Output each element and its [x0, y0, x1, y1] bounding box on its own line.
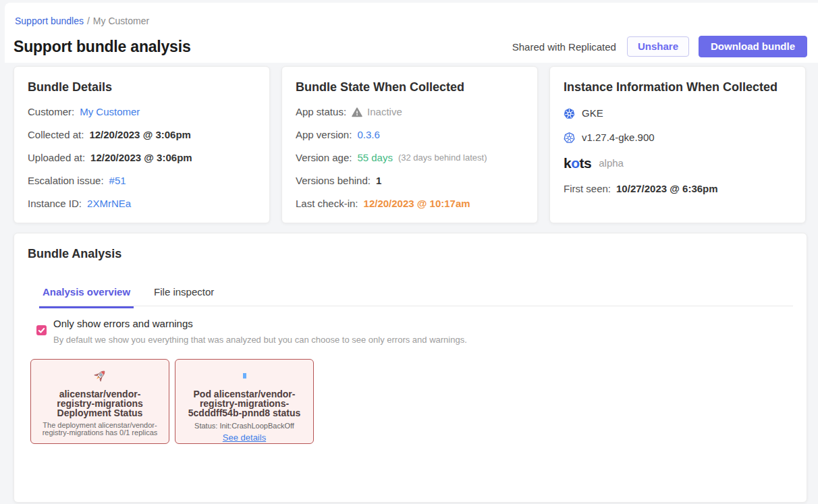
page-title: Support bundle analysis: [13, 35, 191, 58]
bundle-details-card: Bundle Details Customer: My Customer Col…: [13, 66, 270, 223]
first-seen-row: First seen: 10/27/2023 @ 6:36pm: [564, 183, 792, 195]
version-age-note: (32 days behind latest): [398, 152, 487, 164]
versions-behind-label: Versions behind:: [296, 175, 371, 187]
bundle-details-title: Bundle Details: [28, 79, 256, 95]
finding-description: The deployment alicenstar/vendor- regist…: [37, 422, 163, 437]
checkmark-icon: [37, 326, 46, 335]
bundle-analysis-title: Bundle Analysis: [28, 247, 121, 261]
info-cards-row: Bundle Details Customer: My Customer Col…: [13, 66, 806, 223]
header-panel: Support bundles/My Customer Support bund…: [5, 3, 818, 63]
kots-logo-o: o: [571, 155, 579, 171]
finding-card-deployment-status: alicenstar/vendor- registry-migrations D…: [30, 359, 169, 444]
filter-label: Only show errors and warnings: [53, 318, 467, 330]
versions-behind-value: 1: [376, 175, 381, 187]
errors-only-filter: Only show errors and warnings By default…: [36, 318, 467, 345]
kubernetes-version-icon: [564, 132, 575, 144]
last-checkin-row: Last check-in: 12/20/2023 @ 10:17am: [296, 198, 524, 210]
breadcrumb-support-bundles-link[interactable]: Support bundles: [15, 16, 84, 26]
unshare-button[interactable]: Unshare: [627, 36, 689, 57]
customer-row: Customer: My Customer: [28, 106, 256, 118]
instance-id-row: Instance ID: 2XMrNEa: [28, 198, 256, 210]
support-bundle-analysis-page: Support bundles/My Customer Support bund…: [0, 0, 818, 504]
instance-info-title: Instance Information When Collected: [564, 79, 792, 95]
kubernetes-distribution-icon: [564, 108, 575, 119]
uploaded-at-label: Uploaded at:: [28, 152, 85, 164]
breadcrumb: Support bundles/My Customer: [15, 14, 149, 28]
uploaded-at-value: 12/20/2023 @ 3:06pm: [90, 152, 192, 164]
instance-info-card: Instance Information When Collected: [549, 66, 806, 223]
filter-texts: Only show errors and warnings By default…: [53, 318, 467, 345]
tabs-divider: [39, 306, 793, 306]
app-version-label: App version:: [296, 129, 352, 141]
warning-icon: [352, 107, 362, 117]
kubernetes-version-value: v1.27.4-gke.900: [582, 132, 655, 144]
errors-only-checkbox[interactable]: [36, 325, 47, 335]
app-status-label: App status:: [296, 106, 346, 118]
instance-id-link[interactable]: 2XMrNEa: [87, 198, 131, 210]
versions-behind-row: Versions behind: 1: [296, 175, 524, 187]
bundle-state-card: Bundle State When Collected App status: …: [281, 66, 538, 223]
first-seen-label: First seen:: [564, 183, 611, 195]
finding-title: alicenstar/vendor- registry-migrations D…: [37, 389, 163, 418]
pod-icon: [182, 367, 307, 385]
findings-list: alicenstar/vendor- registry-migrations D…: [30, 359, 314, 444]
last-checkin-label: Last check-in:: [296, 198, 358, 210]
collected-at-label: Collected at:: [28, 129, 84, 141]
app-status-row: App status: Inactive: [296, 106, 524, 118]
escalation-issue-row: Escalation issue: #51: [28, 175, 256, 187]
escalation-issue-link[interactable]: #51: [109, 175, 126, 187]
escalation-issue-label: Escalation issue:: [28, 175, 104, 187]
collected-at-value: 12/20/2023 @ 3:06pm: [89, 129, 191, 141]
download-bundle-button[interactable]: Download bundle: [699, 36, 807, 57]
distribution-row: GKE: [564, 107, 792, 119]
customer-link[interactable]: My Customer: [80, 106, 140, 118]
uploaded-at-row: Uploaded at: 12/20/2023 @ 3:06pm: [28, 152, 256, 164]
breadcrumb-separator: /: [87, 16, 90, 26]
kots-row: kots alpha: [564, 156, 792, 171]
header-actions: Shared with Replicated Unshare Download …: [512, 35, 807, 58]
collected-at-row: Collected at: 12/20/2023 @ 3:06pm: [28, 129, 256, 141]
kubernetes-version-row: v1.27.4-gke.900: [564, 132, 792, 144]
bundle-state-title: Bundle State When Collected: [296, 79, 524, 95]
finding-status: Status: Init:CrashLoopBackOff: [182, 422, 307, 430]
filter-description: By default we show you everything that w…: [53, 335, 467, 345]
customer-label: Customer:: [28, 106, 74, 118]
app-version-row: App version: 0.3.6: [296, 129, 524, 141]
instance-id-label: Instance ID:: [28, 198, 82, 210]
shared-status-text: Shared with Replicated: [512, 41, 616, 53]
kots-logo: kots: [564, 156, 591, 171]
first-seen-value: 10/27/2023 @ 6:36pm: [616, 183, 718, 195]
version-age-label: Version age:: [296, 152, 352, 164]
app-status-value: Inactive: [367, 106, 402, 118]
see-details-link[interactable]: See details: [223, 432, 266, 443]
finding-title: Pod alicenstar/vendor- registry-migratio…: [182, 389, 307, 418]
app-version-link[interactable]: 0.3.6: [357, 129, 379, 141]
last-checkin-value: 12/20/2023 @ 10:17am: [364, 198, 470, 210]
breadcrumb-current: My Customer: [93, 16, 149, 26]
rocket-icon: [37, 367, 163, 385]
distribution-value: GKE: [582, 107, 603, 119]
kots-channel: alpha: [599, 157, 624, 169]
finding-card-pod-status: Pod alicenstar/vendor- registry-migratio…: [175, 359, 314, 444]
bundle-analysis-card: Bundle Analysis Analysis overview File i…: [13, 233, 807, 503]
version-age-value: 55 days: [357, 152, 393, 164]
version-age-row: Version age: 55 days (32 days behind lat…: [296, 152, 524, 164]
